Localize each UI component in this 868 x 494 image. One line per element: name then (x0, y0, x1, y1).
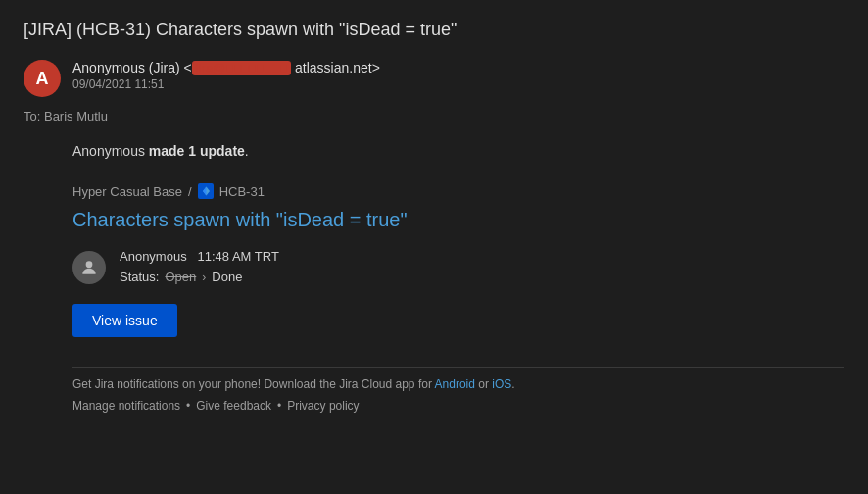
divider-bottom (72, 367, 844, 368)
status-old: Open (165, 270, 196, 284)
avatar: A (24, 60, 61, 97)
sender-email-redacted: jira@■■■■■■■■ (192, 61, 291, 75)
breadcrumb: Hyper Casual Base / HCB-31 (72, 183, 844, 199)
sender-name: Anonymous (Jira) <jira@■■■■■■■■ atlassia… (72, 60, 380, 75)
footer-links: Manage notifications • Give feedback • P… (72, 399, 844, 413)
to-line: To: Baris Mutlu (24, 109, 844, 124)
jira-icon (198, 183, 214, 199)
update-summary: Anonymous made 1 update. (72, 143, 844, 159)
update-info: Anonymous 11:48 AM TRT Status: Open › Do… (120, 249, 279, 284)
sender-row: A Anonymous (Jira) <jira@■■■■■■■■ atlass… (24, 60, 844, 97)
separator-2: • (277, 399, 281, 413)
user-avatar-small (72, 251, 106, 284)
sender-info: Anonymous (Jira) <jira@■■■■■■■■ atlassia… (72, 60, 380, 91)
manage-notifications-link[interactable]: Manage notifications (72, 399, 180, 413)
status-arrow: › (202, 271, 206, 284)
status-line: Status: Open › Done (120, 270, 279, 284)
svg-point-1 (86, 261, 93, 268)
android-link[interactable]: Android (435, 377, 475, 391)
sender-timestamp: 09/04/2021 11:51 (72, 77, 380, 91)
view-issue-button[interactable]: View issue (72, 304, 177, 337)
issue-title: Characters spawn with "isDead = true" (72, 209, 844, 231)
update-meta: Anonymous 11:48 AM TRT (120, 249, 279, 264)
divider-top (72, 173, 844, 173)
email-body: Anonymous made 1 update. Hyper Casual Ba… (72, 143, 844, 413)
update-detail: Anonymous 11:48 AM TRT Status: Open › Do… (72, 249, 844, 284)
privacy-policy-link[interactable]: Privacy policy (287, 399, 359, 413)
email-subject: [JIRA] (HCB-31) Characters spawn with "i… (24, 20, 844, 40)
footer-promo: Get Jira notifications on your phone! Do… (72, 377, 844, 391)
give-feedback-link[interactable]: Give feedback (196, 399, 271, 413)
separator-1: • (186, 399, 190, 413)
ios-link[interactable]: iOS (492, 377, 511, 391)
status-new: Done (212, 270, 242, 284)
